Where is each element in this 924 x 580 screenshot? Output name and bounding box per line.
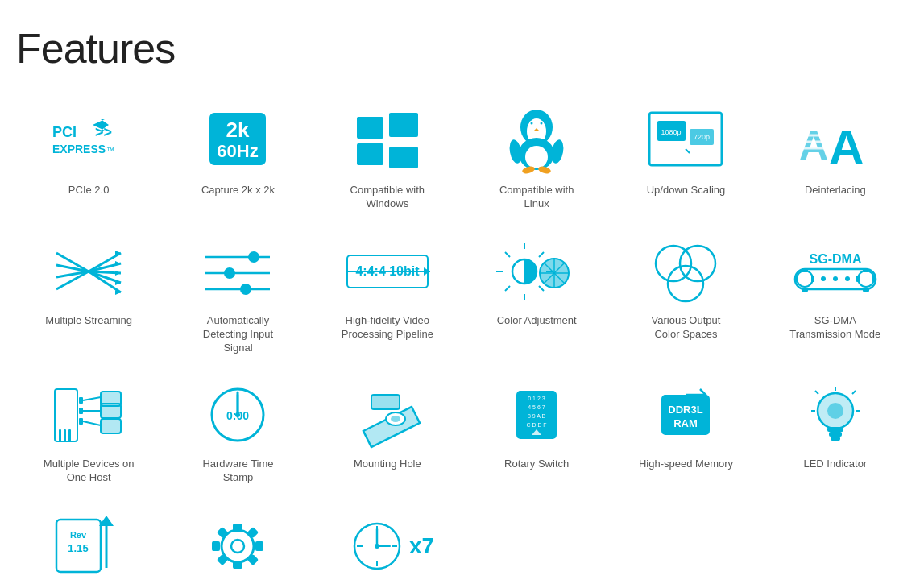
- svg-rect-107: [101, 419, 121, 433]
- svg-rect-99: [79, 418, 83, 425]
- svg-rect-89: [856, 276, 860, 282]
- feature-deinterlacing-label: Deinterlacing: [805, 184, 866, 197]
- svg-rect-9: [357, 143, 383, 165]
- svg-rect-81: [802, 269, 808, 272]
- feature-scaling-label: Up/down Scaling: [647, 184, 726, 197]
- svg-rect-150: [212, 541, 220, 551]
- svg-point-90: [821, 276, 826, 281]
- svg-line-135: [815, 391, 818, 394]
- scaling-icon: 1080p 720p: [641, 105, 730, 177]
- svg-text:PCI: PCI: [52, 124, 77, 140]
- mounting-icon: [343, 379, 432, 451]
- feature-coloradj: Color Adjustment: [464, 227, 609, 363]
- feature-mounting: Mounting Hole: [315, 371, 460, 493]
- svg-text:0:00: 0:00: [226, 409, 249, 422]
- feature-rotary-label: Rotary Switch: [504, 458, 569, 471]
- svg-rect-149: [233, 561, 242, 569]
- deinterlacing-icon: A A: [791, 105, 880, 177]
- firmware-icon: Rev 1.15: [44, 509, 133, 580]
- svg-text:>>: >>: [95, 124, 112, 140]
- features-grid: PCI >> EXPRESS ™ PCIe 2.0 2k 60Hz Captur…: [16, 97, 908, 580]
- work247-icon: x7: [343, 509, 432, 580]
- svg-rect-88: [872, 276, 876, 282]
- feature-capture2k: 2k 60Hz Capture 2k x 2k: [165, 97, 310, 219]
- rotary-icon: 0 1 2 3 4 5 6 7 8 9 A B C D E F: [492, 379, 581, 451]
- svg-rect-151: [255, 541, 263, 551]
- svg-rect-7: [357, 117, 383, 139]
- feature-timestamp: 0:00 Hardware Time Stamp: [165, 371, 310, 493]
- svg-line-65: [505, 252, 510, 257]
- svg-text:0 1 2 3: 0 1 2 3: [528, 396, 545, 401]
- svg-rect-86: [863, 269, 869, 272]
- svg-text:A: A: [829, 120, 864, 174]
- svg-rect-8: [389, 113, 418, 137]
- feature-autodetect: Automatically Detecting Input Signal: [165, 227, 310, 363]
- svg-point-92: [845, 276, 850, 281]
- feature-multidev: Multiple Devices on One Host: [16, 371, 161, 493]
- svg-point-80: [797, 271, 813, 287]
- windows-icon: [343, 105, 432, 177]
- svg-point-15: [531, 122, 533, 124]
- svg-rect-105: [101, 404, 121, 418]
- feature-driver: Common Driver: [165, 501, 310, 580]
- feature-pcie-label: PCIe 2.0: [68, 184, 110, 197]
- feature-memory: DDR3L RAM High-speed Memory: [613, 371, 758, 493]
- svg-rect-137: [827, 427, 843, 432]
- sgdma-icon: SG-DMA: [791, 235, 880, 308]
- pcie-icon: PCI >> EXPRESS ™: [44, 105, 133, 177]
- feature-windows-label: Compatible with Windows: [339, 184, 436, 211]
- svg-text:DDR3L: DDR3L: [669, 404, 703, 416]
- streaming-icon: [44, 235, 133, 308]
- feature-sgdma: SG-DMA: [763, 227, 908, 363]
- feature-mounting-label: Mounting Hole: [354, 458, 421, 471]
- feature-sgdma-label: SG-DMA Transmission Mode: [787, 314, 884, 342]
- svg-rect-97: [79, 397, 83, 404]
- feature-linux: Compatible with Linux: [464, 97, 609, 219]
- svg-line-67: [539, 252, 544, 257]
- svg-text:Rev: Rev: [70, 530, 87, 540]
- svg-text:™: ™: [106, 146, 114, 155]
- svg-rect-82: [802, 288, 808, 292]
- svg-line-29: [686, 149, 690, 153]
- svg-rect-148: [233, 524, 242, 532]
- svg-rect-87: [863, 288, 869, 292]
- svg-text:4 5 6 7: 4 5 6 7: [528, 404, 545, 410]
- feature-timestamp-label: Hardware Time Stamp: [189, 458, 286, 485]
- svg-text:1.15: 1.15: [68, 542, 89, 554]
- svg-point-117: [391, 416, 400, 422]
- svg-marker-47: [115, 271, 121, 276]
- svg-rect-10: [389, 147, 418, 168]
- feature-streaming: Multiple Streaming: [16, 227, 161, 363]
- coloradj-icon: [492, 235, 581, 308]
- svg-text:RAM: RAM: [674, 417, 698, 429]
- memory-icon: DDR3L RAM: [641, 379, 730, 451]
- autodetect-icon: [193, 235, 282, 308]
- svg-text:2k: 2k: [226, 118, 250, 142]
- svg-point-146: [222, 530, 254, 562]
- feature-pipeline: 4:4:4 10bit High-fidelity Video Processi…: [315, 227, 460, 363]
- svg-line-102: [83, 421, 101, 425]
- feature-led-label: LED Indicator: [803, 458, 867, 471]
- feature-linux-label: Compatible with Linux: [488, 184, 585, 211]
- svg-rect-94: [59, 429, 61, 441]
- feature-capture2k-label: Capture 2k x 2k: [201, 184, 275, 197]
- feature-deinterlacing: A A Deinterlacing: [763, 97, 908, 219]
- feature-firmware: Rev 1.15 Firmware Upgrade: [16, 501, 161, 580]
- svg-line-68: [505, 286, 510, 291]
- feature-pcie: PCI >> EXPRESS ™ PCIe 2.0: [16, 97, 161, 219]
- svg-point-51: [248, 251, 259, 263]
- pipeline-icon: 4:4:4 10bit: [343, 235, 432, 308]
- svg-point-16: [541, 122, 543, 124]
- svg-point-55: [240, 284, 251, 295]
- feature-rotary: 0 1 2 3 4 5 6 7 8 9 A B C D E F Rotary S…: [464, 371, 609, 493]
- svg-point-85: [858, 271, 874, 287]
- svg-point-19: [525, 146, 548, 168]
- capture2k-icon: 2k 60Hz: [193, 105, 282, 177]
- svg-point-140: [827, 403, 843, 419]
- driver-icon: [193, 509, 282, 580]
- timestamp-icon: 0:00: [193, 379, 282, 451]
- svg-marker-145: [99, 516, 114, 526]
- feature-memory-label: High-speed Memory: [639, 458, 733, 471]
- svg-line-66: [539, 286, 544, 291]
- feature-windows: Compatible with Windows: [315, 97, 460, 219]
